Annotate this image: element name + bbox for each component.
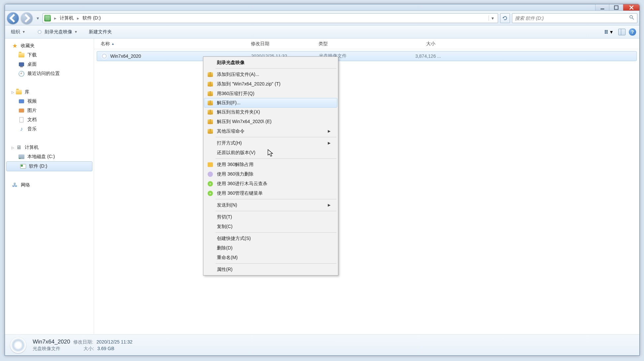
sidebar-item-recent[interactable]: 🕘最近访问的位置: [5, 69, 94, 78]
nav-bar: ▾ ▸ 计算机 ▸ 软件 (D:) ▾: [5, 11, 639, 25]
network-icon: 🖧: [12, 182, 18, 188]
column-type[interactable]: 类型: [316, 41, 385, 47]
search-icon[interactable]: [629, 15, 634, 21]
menu-extract-to[interactable]: 解压到(F)...: [204, 98, 337, 108]
help-button[interactable]: ?: [629, 28, 636, 36]
status-filetype: 光盘映像文件: [33, 346, 60, 352]
menu-send-to[interactable]: 发送到(N)▶: [204, 200, 337, 210]
iso-icon: [101, 53, 108, 59]
gear-icon: +: [207, 190, 214, 196]
menu-360-unlock[interactable]: 使用 360解除占用: [204, 160, 337, 169]
menu-add-zip[interactable]: 添加到 "Win7x64_2020.zip" (T): [204, 79, 337, 89]
menu-extract-named[interactable]: 解压到 Win7x64_2020\ (E): [204, 117, 337, 126]
menu-other-zip[interactable]: 其他压缩命令▶: [204, 126, 337, 136]
sidebar-item-desktop[interactable]: 桌面: [5, 60, 94, 69]
menu-360-scan[interactable]: +使用 360进行木马云查杀: [204, 179, 337, 188]
svg-rect-0: [600, 8, 604, 9]
drive-icon: [44, 15, 51, 21]
titlebar: [5, 4, 639, 11]
menu-sep: [216, 263, 336, 264]
zip-icon: [207, 72, 214, 78]
menu-burn[interactable]: 刻录光盘映像: [204, 58, 337, 67]
zip-icon: [207, 100, 214, 106]
sidebar-item-documents[interactable]: 文档: [5, 115, 94, 124]
menu-sep: [216, 211, 336, 211]
toolbar: 组织▼ 刻录光盘映像▼ 新建文件夹 ▼ ?: [5, 25, 639, 39]
music-icon: ♪: [18, 126, 25, 132]
column-date[interactable]: 修改日期: [248, 41, 316, 47]
status-date-value: 2020/12/25 11:32: [96, 339, 132, 345]
zip-icon: [207, 91, 214, 97]
burn-image-button[interactable]: 刻录光盘映像▼: [34, 28, 80, 36]
sidebar-item-local-c[interactable]: 本地磁盘 (C:): [5, 152, 94, 161]
menu-extract-here[interactable]: 解压到当前文件夹(X): [204, 107, 337, 117]
zip-icon: [207, 119, 214, 125]
menu-sep: [216, 68, 336, 69]
lock-icon: [207, 162, 214, 168]
zip-icon: [207, 81, 214, 87]
sidebar-item-software-d[interactable]: 软件 (D:): [6, 161, 92, 171]
recent-icon: 🕘: [18, 71, 25, 77]
context-menu: 刻录光盘映像 添加到压缩文件(A)... 添加到 "Win7x64_2020.z…: [203, 56, 338, 276]
menu-cut[interactable]: 剪切(T): [204, 212, 337, 222]
menu-sep: [216, 232, 336, 233]
sidebar-item-videos[interactable]: 视频: [5, 97, 94, 106]
menu-restore[interactable]: 还原以前的版本(V): [204, 148, 337, 157]
menu-rename[interactable]: 重命名(M): [204, 253, 337, 262]
delete-icon: [207, 171, 214, 177]
expand-icon: ▷: [12, 90, 14, 94]
grid-icon: [605, 30, 608, 34]
menu-delete[interactable]: 删除(D): [204, 243, 337, 253]
maximize-button[interactable]: [609, 4, 623, 11]
column-headers: 名称▲ 修改日期 类型 大小: [94, 39, 639, 49]
picture-icon: [18, 108, 25, 114]
disc-icon: [37, 29, 43, 35]
menu-copy[interactable]: 复制(C): [204, 222, 337, 231]
menu-add-archive[interactable]: 添加到压缩文件(A)...: [204, 70, 337, 79]
sidebar-computer[interactable]: ▷🖥计算机: [5, 143, 94, 152]
minimize-button[interactable]: [595, 4, 609, 11]
breadcrumb-computer[interactable]: 计算机: [60, 15, 74, 21]
menu-properties[interactable]: 属性(R): [204, 265, 337, 274]
refresh-button[interactable]: [500, 13, 510, 23]
svg-rect-1: [614, 6, 618, 9]
search-box[interactable]: [512, 13, 637, 23]
zip-icon: [207, 109, 214, 115]
video-icon: [18, 98, 25, 104]
sidebar-favorites[interactable]: ★收藏夹: [5, 41, 94, 50]
menu-sep: [216, 137, 336, 137]
address-dropdown[interactable]: ▾: [489, 16, 496, 21]
history-dropdown[interactable]: ▾: [35, 16, 41, 21]
search-input[interactable]: [515, 16, 629, 21]
status-size-value: 3.69 GB: [97, 346, 114, 351]
expand-icon: ▷: [12, 146, 14, 149]
breadcrumb-current[interactable]: 软件 (D:): [83, 15, 101, 21]
submenu-arrow-icon: ▶: [328, 141, 330, 145]
new-folder-button[interactable]: 新建文件夹: [86, 28, 115, 36]
sidebar-item-music[interactable]: ♪音乐: [5, 124, 94, 134]
menu-shortcut[interactable]: 创建快捷方式(S): [204, 234, 337, 243]
drive-icon: [18, 154, 25, 160]
menu-360-forcedel[interactable]: 使用 360强力删除: [204, 169, 337, 179]
preview-pane-button[interactable]: [618, 29, 626, 35]
file-row[interactable]: Win7x64_2020 2020/12/25 11:32 光盘映像文件 3,8…: [97, 51, 637, 61]
computer-icon: 🖥: [16, 145, 22, 150]
back-button[interactable]: [7, 12, 19, 24]
menu-360-manage[interactable]: +使用 360管理右键菜单: [204, 188, 337, 198]
menu-open-360zip[interactable]: 用360压缩打开(Q): [204, 89, 337, 98]
menu-open-with[interactable]: 打开方式(H)▶: [204, 138, 337, 148]
sidebar-libraries[interactable]: ▷库: [5, 87, 94, 97]
file-list[interactable]: Win7x64_2020 2020/12/25 11:32 光盘映像文件 3,8…: [94, 49, 639, 334]
address-bar[interactable]: ▸ 计算机 ▸ 软件 (D:) ▾: [43, 13, 498, 23]
sidebar-item-downloads[interactable]: 下载: [5, 50, 94, 60]
sidebar-item-pictures[interactable]: 图片: [5, 106, 94, 115]
document-icon: [18, 117, 25, 123]
sidebar-network[interactable]: 🖧网络: [5, 180, 94, 190]
view-mode-button[interactable]: ▼: [603, 28, 615, 36]
close-button[interactable]: [623, 4, 639, 11]
forward-button[interactable]: [21, 12, 33, 24]
column-size[interactable]: 大小: [385, 41, 438, 47]
column-name[interactable]: 名称▲: [98, 41, 248, 47]
status-filename: Win7x64_2020: [33, 339, 70, 345]
organize-button[interactable]: 组织▼: [8, 28, 28, 36]
